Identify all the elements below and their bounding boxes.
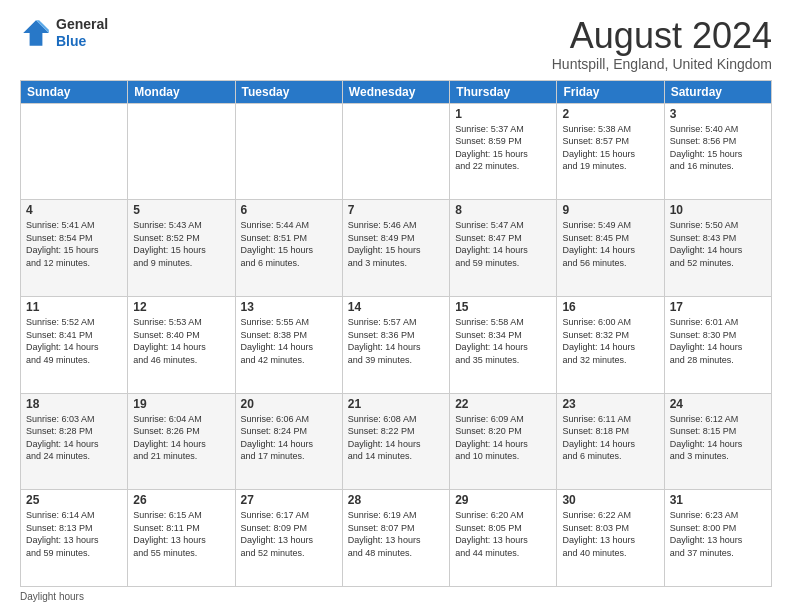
calendar-day-cell: 29Sunrise: 6:20 AM Sunset: 8:05 PM Dayli… <box>450 490 557 587</box>
day-info: Sunrise: 5:47 AM Sunset: 8:47 PM Dayligh… <box>455 219 551 269</box>
calendar-col-header: Friday <box>557 80 664 103</box>
calendar-day-cell: 16Sunrise: 6:00 AM Sunset: 8:32 PM Dayli… <box>557 296 664 393</box>
title-section: August 2024 Huntspill, England, United K… <box>552 16 772 72</box>
calendar-day-cell: 25Sunrise: 6:14 AM Sunset: 8:13 PM Dayli… <box>21 490 128 587</box>
calendar-day-cell: 17Sunrise: 6:01 AM Sunset: 8:30 PM Dayli… <box>664 296 771 393</box>
day-number: 21 <box>348 397 444 411</box>
day-number: 7 <box>348 203 444 217</box>
calendar-header-row: SundayMondayTuesdayWednesdayThursdayFrid… <box>21 80 772 103</box>
day-info: Sunrise: 6:17 AM Sunset: 8:09 PM Dayligh… <box>241 509 337 559</box>
calendar-day-cell: 14Sunrise: 5:57 AM Sunset: 8:36 PM Dayli… <box>342 296 449 393</box>
day-info: Sunrise: 5:57 AM Sunset: 8:36 PM Dayligh… <box>348 316 444 366</box>
day-info: Sunrise: 5:50 AM Sunset: 8:43 PM Dayligh… <box>670 219 766 269</box>
day-info: Sunrise: 5:43 AM Sunset: 8:52 PM Dayligh… <box>133 219 229 269</box>
calendar-day-cell: 19Sunrise: 6:04 AM Sunset: 8:26 PM Dayli… <box>128 393 235 490</box>
calendar-day-cell <box>21 103 128 200</box>
day-number: 24 <box>670 397 766 411</box>
day-number: 3 <box>670 107 766 121</box>
calendar-col-header: Sunday <box>21 80 128 103</box>
day-number: 1 <box>455 107 551 121</box>
day-number: 19 <box>133 397 229 411</box>
logo-text: General Blue <box>56 16 108 50</box>
month-year: August 2024 <box>552 16 772 56</box>
calendar-week-row: 11Sunrise: 5:52 AM Sunset: 8:41 PM Dayli… <box>21 296 772 393</box>
logo-general: General <box>56 16 108 33</box>
location: Huntspill, England, United Kingdom <box>552 56 772 72</box>
calendar-day-cell: 4Sunrise: 5:41 AM Sunset: 8:54 PM Daylig… <box>21 200 128 297</box>
calendar-day-cell: 23Sunrise: 6:11 AM Sunset: 8:18 PM Dayli… <box>557 393 664 490</box>
day-number: 30 <box>562 493 658 507</box>
calendar-col-header: Monday <box>128 80 235 103</box>
logo-blue: Blue <box>56 33 108 50</box>
day-info: Sunrise: 6:03 AM Sunset: 8:28 PM Dayligh… <box>26 413 122 463</box>
calendar-col-header: Thursday <box>450 80 557 103</box>
day-info: Sunrise: 5:37 AM Sunset: 8:59 PM Dayligh… <box>455 123 551 173</box>
day-number: 27 <box>241 493 337 507</box>
day-number: 25 <box>26 493 122 507</box>
calendar-day-cell <box>235 103 342 200</box>
svg-marker-0 <box>23 20 49 46</box>
day-info: Sunrise: 5:44 AM Sunset: 8:51 PM Dayligh… <box>241 219 337 269</box>
calendar-day-cell: 8Sunrise: 5:47 AM Sunset: 8:47 PM Daylig… <box>450 200 557 297</box>
day-info: Sunrise: 6:09 AM Sunset: 8:20 PM Dayligh… <box>455 413 551 463</box>
day-info: Sunrise: 6:12 AM Sunset: 8:15 PM Dayligh… <box>670 413 766 463</box>
day-info: Sunrise: 5:53 AM Sunset: 8:40 PM Dayligh… <box>133 316 229 366</box>
calendar-day-cell: 27Sunrise: 6:17 AM Sunset: 8:09 PM Dayli… <box>235 490 342 587</box>
page: General Blue August 2024 Huntspill, Engl… <box>0 0 792 612</box>
day-number: 28 <box>348 493 444 507</box>
day-number: 22 <box>455 397 551 411</box>
day-number: 9 <box>562 203 658 217</box>
calendar-day-cell: 5Sunrise: 5:43 AM Sunset: 8:52 PM Daylig… <box>128 200 235 297</box>
calendar-day-cell: 24Sunrise: 6:12 AM Sunset: 8:15 PM Dayli… <box>664 393 771 490</box>
day-info: Sunrise: 6:15 AM Sunset: 8:11 PM Dayligh… <box>133 509 229 559</box>
day-number: 18 <box>26 397 122 411</box>
day-info: Sunrise: 5:40 AM Sunset: 8:56 PM Dayligh… <box>670 123 766 173</box>
day-info: Sunrise: 5:38 AM Sunset: 8:57 PM Dayligh… <box>562 123 658 173</box>
day-info: Sunrise: 5:55 AM Sunset: 8:38 PM Dayligh… <box>241 316 337 366</box>
day-number: 31 <box>670 493 766 507</box>
header: General Blue August 2024 Huntspill, Engl… <box>20 16 772 72</box>
day-number: 12 <box>133 300 229 314</box>
day-info: Sunrise: 5:58 AM Sunset: 8:34 PM Dayligh… <box>455 316 551 366</box>
day-info: Sunrise: 6:11 AM Sunset: 8:18 PM Dayligh… <box>562 413 658 463</box>
calendar-day-cell: 30Sunrise: 6:22 AM Sunset: 8:03 PM Dayli… <box>557 490 664 587</box>
calendar-day-cell: 2Sunrise: 5:38 AM Sunset: 8:57 PM Daylig… <box>557 103 664 200</box>
calendar-day-cell: 1Sunrise: 5:37 AM Sunset: 8:59 PM Daylig… <box>450 103 557 200</box>
day-number: 4 <box>26 203 122 217</box>
day-info: Sunrise: 5:52 AM Sunset: 8:41 PM Dayligh… <box>26 316 122 366</box>
calendar-day-cell: 6Sunrise: 5:44 AM Sunset: 8:51 PM Daylig… <box>235 200 342 297</box>
day-number: 20 <box>241 397 337 411</box>
calendar-col-header: Saturday <box>664 80 771 103</box>
calendar-week-row: 25Sunrise: 6:14 AM Sunset: 8:13 PM Dayli… <box>21 490 772 587</box>
calendar-day-cell: 9Sunrise: 5:49 AM Sunset: 8:45 PM Daylig… <box>557 200 664 297</box>
calendar-day-cell: 20Sunrise: 6:06 AM Sunset: 8:24 PM Dayli… <box>235 393 342 490</box>
day-info: Sunrise: 6:22 AM Sunset: 8:03 PM Dayligh… <box>562 509 658 559</box>
day-info: Sunrise: 5:46 AM Sunset: 8:49 PM Dayligh… <box>348 219 444 269</box>
calendar-col-header: Wednesday <box>342 80 449 103</box>
day-number: 29 <box>455 493 551 507</box>
calendar-day-cell: 13Sunrise: 5:55 AM Sunset: 8:38 PM Dayli… <box>235 296 342 393</box>
day-number: 10 <box>670 203 766 217</box>
calendar-day-cell: 26Sunrise: 6:15 AM Sunset: 8:11 PM Dayli… <box>128 490 235 587</box>
day-number: 14 <box>348 300 444 314</box>
day-number: 26 <box>133 493 229 507</box>
day-info: Sunrise: 6:19 AM Sunset: 8:07 PM Dayligh… <box>348 509 444 559</box>
footer: Daylight hours <box>20 591 772 602</box>
footer-text: Daylight hours <box>20 591 84 602</box>
calendar-day-cell <box>342 103 449 200</box>
day-info: Sunrise: 6:04 AM Sunset: 8:26 PM Dayligh… <box>133 413 229 463</box>
day-number: 11 <box>26 300 122 314</box>
day-info: Sunrise: 6:14 AM Sunset: 8:13 PM Dayligh… <box>26 509 122 559</box>
day-number: 8 <box>455 203 551 217</box>
calendar-day-cell: 28Sunrise: 6:19 AM Sunset: 8:07 PM Dayli… <box>342 490 449 587</box>
calendar-day-cell: 10Sunrise: 5:50 AM Sunset: 8:43 PM Dayli… <box>664 200 771 297</box>
day-number: 2 <box>562 107 658 121</box>
calendar-day-cell: 11Sunrise: 5:52 AM Sunset: 8:41 PM Dayli… <box>21 296 128 393</box>
day-number: 16 <box>562 300 658 314</box>
day-info: Sunrise: 6:20 AM Sunset: 8:05 PM Dayligh… <box>455 509 551 559</box>
day-number: 5 <box>133 203 229 217</box>
calendar-day-cell: 31Sunrise: 6:23 AM Sunset: 8:00 PM Dayli… <box>664 490 771 587</box>
day-info: Sunrise: 6:06 AM Sunset: 8:24 PM Dayligh… <box>241 413 337 463</box>
day-number: 6 <box>241 203 337 217</box>
day-info: Sunrise: 5:49 AM Sunset: 8:45 PM Dayligh… <box>562 219 658 269</box>
